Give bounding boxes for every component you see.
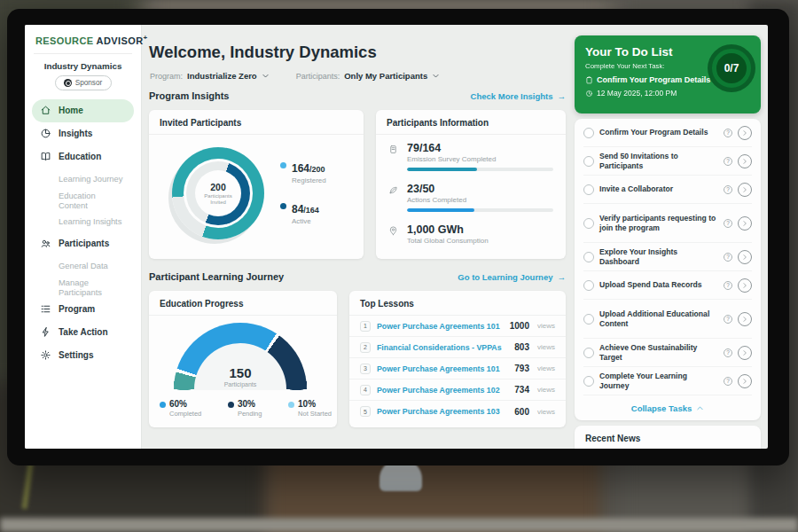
task-checkbox[interactable] [583, 128, 594, 138]
education-icon [40, 151, 51, 162]
task-checkbox[interactable] [583, 348, 594, 358]
info-icon: ? [724, 348, 732, 357]
legend-percent: 60% [169, 399, 201, 409]
gauge-center-value: 150 [174, 365, 307, 380]
task-checkbox[interactable] [583, 314, 594, 325]
task-row[interactable]: Achieve One Sustainability Target ? [583, 339, 752, 367]
info-icon: ? [724, 185, 732, 194]
chevron-down-icon [262, 72, 270, 80]
sidebar-item-education[interactable]: Education [32, 145, 134, 168]
lesson-row[interactable]: 1 Power Purchase Agreements 101 1000 vie… [349, 316, 566, 337]
stat-label: Emission Survey Completed [407, 155, 553, 163]
sidebar-item-label: Education [59, 152, 101, 161]
sidebar-nav: Home Insights Education Learning Journey… [25, 90, 141, 367]
sidebar-item-education-content[interactable]: Education Content [32, 190, 134, 211]
legend-dot [280, 203, 286, 209]
task-row[interactable]: Confirm Your Program Details ? [583, 119, 752, 147]
todo-progress-ring: 0/7 [712, 49, 751, 88]
sidebar-item-home[interactable]: Home [32, 99, 134, 122]
desk-edge [0, 518, 798, 532]
info-icon: ? [724, 315, 732, 324]
legend-dot [280, 162, 286, 168]
task-checkbox[interactable] [583, 280, 594, 291]
task-open-button[interactable] [738, 216, 752, 231]
participants-dropdown[interactable]: Participants: Only My Participants [296, 71, 441, 81]
lesson-rank: 5 [360, 406, 371, 417]
invited-donut-chart: 200 Participants Invited [172, 147, 264, 239]
legend-denominator: /200 [309, 165, 325, 174]
task-row[interactable]: Upload Spend Data Records ? [583, 271, 752, 300]
sidebar-item-insights[interactable]: Insights [32, 122, 134, 145]
lesson-link[interactable]: Financial Considerations - VPPAs [377, 343, 508, 352]
lesson-link[interactable]: Power Purchase Agreements 103 [377, 407, 508, 416]
todo-counter: 0/7 [724, 62, 739, 74]
page-title: Welcome, Industry Dynamics [149, 43, 377, 62]
sidebar-item-label: Learning Journey [59, 174, 122, 184]
filters: Program: Industrialize Zero Participants… [150, 71, 440, 81]
sidebar-item-general-data[interactable]: General Data [32, 255, 134, 277]
take-action-icon [40, 326, 51, 338]
lesson-views: 1000 [510, 321, 529, 331]
lesson-row[interactable]: 4 Power Purchase Agreements 102 734 view… [349, 379, 566, 401]
stat-progress-fill [407, 208, 474, 212]
stat-progress-track [407, 168, 553, 171]
task-row[interactable]: Explore Your Insights Dashboard ? [583, 243, 752, 271]
consumption-icon [388, 226, 398, 236]
sidebar-item-take-action[interactable]: Take Action [32, 321, 134, 344]
legend-item-not-started: 10% Not Started [288, 399, 332, 418]
task-open-button[interactable] [738, 312, 752, 326]
lesson-link[interactable]: Power Purchase Agreements 101 [377, 322, 504, 331]
participants-information-card: Participants Information 79/164 Emission… [376, 110, 566, 259]
task-open-button[interactable] [738, 278, 752, 293]
task-row[interactable]: Complete Your Learning Journey ? [583, 367, 752, 395]
clock-icon [585, 90, 593, 98]
lesson-row[interactable]: 5 Power Purchase Agreements 103 600 view… [349, 401, 566, 422]
info-icon: ? [724, 281, 732, 290]
sidebar-item-settings[interactable]: Settings [32, 344, 134, 367]
task-open-button[interactable] [738, 183, 752, 197]
sponsor-badge[interactable]: Sponsor [55, 75, 112, 90]
recent-news-card: Recent News [575, 426, 761, 449]
task-open-button[interactable] [738, 374, 752, 388]
lesson-views-suffix: views [537, 386, 555, 394]
sidebar-item-learning-insights[interactable]: Learning Insights [32, 211, 134, 232]
sidebar-item-manage-participants[interactable]: Manage Participants [32, 277, 134, 298]
logo-advisor: ADVISOR [97, 35, 144, 46]
sidebar-item-learning-journey[interactable]: Learning Journey [32, 168, 134, 190]
task-open-button[interactable] [738, 154, 752, 168]
education-legend: 60% Completed 30% Pending 10% Not Starte… [160, 399, 332, 418]
sidebar-item-program[interactable]: Program [32, 298, 134, 321]
task-row[interactable]: Upload Additional Educational Content ? [583, 300, 752, 339]
sidebar-item-participants[interactable]: Participants [32, 232, 134, 255]
task-checkbox[interactable] [583, 156, 594, 167]
stat-actions-completed: 23/50 Actions Completed [388, 183, 553, 212]
task-open-button[interactable] [738, 126, 752, 140]
task-label: Achieve One Sustainability Target [599, 343, 718, 362]
task-row[interactable]: Invite a Collaborator ? [583, 176, 752, 204]
task-label: Upload Spend Data Records [599, 280, 718, 290]
lesson-views-suffix: views [537, 322, 555, 330]
task-checkbox[interactable] [583, 376, 594, 387]
education-gauge-chart: 150 Participants [174, 323, 307, 390]
info-icon: ? [724, 219, 732, 228]
lesson-row[interactable]: 3 Power Purchase Agreements 101 793 view… [349, 358, 566, 379]
task-label: Explore Your Insights Dashboard [599, 247, 718, 266]
task-open-button[interactable] [738, 346, 752, 360]
lesson-link[interactable]: Power Purchase Agreements 101 [377, 364, 508, 373]
task-open-button[interactable] [738, 250, 752, 264]
task-checkbox[interactable] [583, 252, 594, 262]
invited-participants-card: Invited Participants 200 Participants In… [149, 110, 364, 259]
program-dropdown[interactable]: Program: Industrialize Zero [150, 71, 270, 81]
task-row[interactable]: Send 50 Invitations to Participants ? [583, 147, 752, 176]
go-to-learning-journey-link[interactable]: Go to Learning Journey → [458, 272, 566, 282]
collapse-tasks-link[interactable]: Collapse Tasks [583, 395, 752, 420]
lesson-link[interactable]: Power Purchase Agreements 102 [377, 386, 508, 395]
task-checkbox[interactable] [583, 218, 594, 229]
task-row[interactable]: Verify participants requesting to join t… [583, 204, 752, 243]
check-more-insights-link[interactable]: Check More Insights → [471, 91, 566, 101]
card-title: Education Progress [149, 291, 337, 316]
task-checkbox[interactable] [583, 184, 594, 195]
education-progress-card: Education Progress 150 Participants 60% … [149, 291, 337, 427]
lesson-row[interactable]: 2 Financial Considerations - VPPAs 803 v… [349, 337, 566, 358]
legend-dot [228, 402, 234, 408]
